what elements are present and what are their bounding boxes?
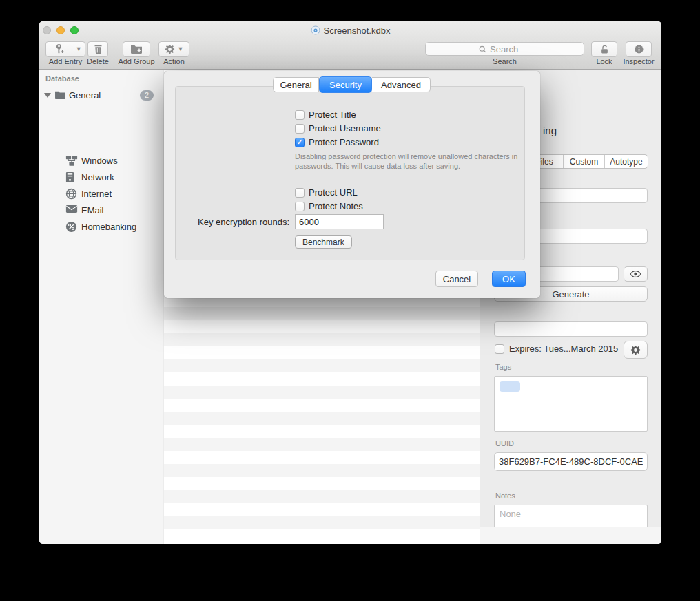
sidebar-item-label: Internet [81, 189, 112, 199]
url-field[interactable] [494, 321, 648, 337]
section-divider [480, 487, 661, 487]
uuid-field[interactable] [494, 452, 648, 471]
sidebar-item-email[interactable]: EMail [39, 203, 163, 218]
server-icon [65, 171, 74, 183]
gear-icon [165, 44, 175, 54]
sidebar-item-internet[interactable]: Internet [39, 187, 163, 202]
checkbox-label: Protect Notes [309, 201, 363, 211]
expires-settings-button[interactable] [624, 341, 648, 359]
tab-security[interactable]: Security [319, 76, 372, 93]
expires-row: ✓ Expires: Tues...March 2015 [495, 344, 618, 354]
delete-button[interactable] [88, 41, 108, 57]
protect-username-checkbox[interactable]: ✓ [295, 124, 305, 134]
sidebar: Database General 2 Windows Network [39, 70, 163, 544]
checkbox-label: Protect Password [309, 137, 379, 147]
expires-checkbox[interactable]: ✓ [495, 344, 504, 354]
inspector-button[interactable] [626, 41, 652, 57]
sidebar-item-general[interactable]: General 2 [39, 88, 163, 103]
sidebar-item-label: Homebanking [81, 222, 136, 232]
folder-plus-icon [130, 44, 143, 54]
document-icon [311, 25, 320, 35]
key-rounds-label: Key encryption rounds: [176, 217, 289, 227]
percent-icon [65, 221, 77, 233]
info-icon [634, 44, 644, 54]
protect-username-row: ✓ Protect Username [295, 123, 381, 134]
action-label: Action [148, 57, 200, 65]
chevron-down-icon: ▼ [178, 46, 184, 52]
sidebar-section-header: Database [45, 74, 79, 83]
tab-autotype[interactable]: Autotype [604, 155, 648, 168]
entry-title-fragment: ing [543, 125, 557, 136]
lock-button[interactable] [591, 41, 617, 57]
tab-custom[interactable]: Custom [563, 155, 604, 168]
key-rounds-input[interactable] [295, 214, 384, 229]
cancel-button[interactable]: Cancel [435, 271, 478, 287]
envelope-icon [65, 204, 78, 213]
search-input[interactable] [490, 44, 531, 54]
protect-title-checkbox[interactable]: ✓ [295, 110, 305, 120]
eye-icon [630, 270, 641, 278]
trash-icon [93, 44, 103, 55]
inspector-footer [480, 527, 661, 544]
protect-notes-checkbox[interactable]: ✓ [295, 202, 305, 211]
key-plus-icon [54, 43, 64, 55]
checkbox-label: Protect Title [309, 109, 356, 120]
uuid-label: UUID [495, 439, 514, 447]
checkbox-label: Protect Username [309, 123, 381, 134]
benchmark-button[interactable]: Benchmark [295, 235, 352, 249]
dialog-tab-bar: General Security Advanced [273, 77, 431, 92]
notes-label: Notes [495, 492, 515, 500]
window-title: Screenshot.kdbx [324, 25, 391, 36]
add-group-button[interactable] [123, 41, 150, 57]
chevron-down-icon: ▼ [76, 46, 82, 52]
tab-advanced[interactable]: Advanced [372, 77, 431, 92]
sidebar-item-label: EMail [81, 205, 104, 215]
entry-count-badge: 2 [140, 90, 154, 101]
gear-icon [630, 345, 641, 355]
database-settings-dialog: ✓ Protect Title ✓ Protect Username ✓ Pro… [164, 71, 540, 298]
checkbox-label: Protect URL [309, 187, 358, 198]
window-header: Screenshot.kdbx ▼ Add Entry Delete [39, 21, 661, 70]
expires-label: Expires: Tues...March 2015 [509, 344, 618, 354]
tags-box[interactable] [494, 376, 648, 432]
disclosure-triangle-icon[interactable] [44, 93, 51, 98]
add-entry-button[interactable]: ▼ [45, 41, 85, 57]
sidebar-item-homebanking[interactable]: Homebanking [39, 220, 163, 235]
ok-button[interactable]: OK [492, 271, 526, 287]
search-icon [478, 45, 487, 54]
folder-icon [54, 90, 66, 100]
settings-group-box: ✓ Protect Title ✓ Protect Username ✓ Pro… [175, 86, 525, 260]
globe-icon [65, 188, 77, 200]
tags-label: Tags [495, 363, 511, 371]
protect-url-checkbox[interactable]: ✓ [295, 188, 305, 198]
password-protection-info-text: Disabling password protection will remov… [295, 152, 526, 171]
protect-url-row: ✓ Protect URL [295, 187, 358, 198]
protect-notes-row: ✓ Protect Notes [295, 201, 363, 211]
sidebar-item-network[interactable]: Network [39, 170, 163, 185]
tag-token[interactable] [500, 381, 520, 392]
search-field[interactable] [425, 42, 584, 56]
title-bar: Screenshot.kdbx [39, 25, 661, 36]
unlock-icon [599, 44, 610, 55]
protect-title-row: ✓ Protect Title [295, 109, 356, 120]
sidebar-item-label: General [69, 90, 101, 101]
protect-password-row: ✓ Protect Password [295, 137, 379, 147]
sidebar-item-windows[interactable]: Windows [39, 154, 163, 169]
protect-password-checkbox[interactable]: ✓ [295, 138, 305, 147]
reveal-password-button[interactable] [624, 266, 648, 282]
inspector-label: Inspector [615, 57, 661, 65]
sidebar-item-label: Windows [81, 156, 118, 166]
workgroup-icon [65, 155, 78, 167]
action-button[interactable]: ▼ [158, 41, 189, 57]
sidebar-item-label: Network [81, 172, 114, 182]
generate-label: Generate [552, 289, 589, 299]
tab-general[interactable]: General [273, 77, 319, 92]
search-label: Search [425, 57, 584, 65]
